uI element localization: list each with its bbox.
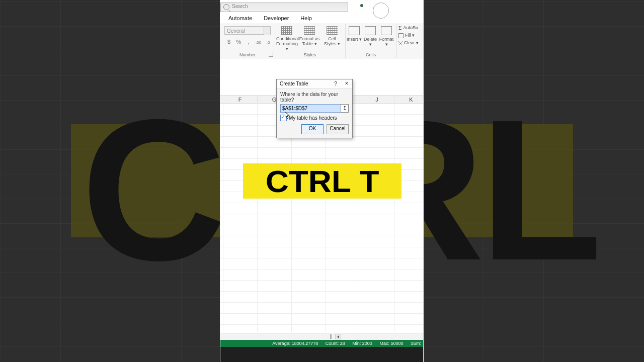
- currency-button[interactable]: $: [224, 38, 233, 47]
- dialog-button-row: OK Cancel: [280, 124, 349, 134]
- clear-button[interactable]: Clear ▾: [396, 39, 423, 47]
- status-min: Min2000: [352, 340, 372, 347]
- dialog-title: Create Table: [280, 81, 308, 86]
- ribbon-group-number: General $ % , .00 .0 Number: [220, 24, 275, 58]
- search-input[interactable]: Search: [220, 3, 348, 12]
- tab-scroll-left-button[interactable]: [335, 334, 341, 339]
- tab-help[interactable]: Help: [295, 14, 317, 22]
- dialog-prompt: Where is the data for your table?: [280, 92, 349, 103]
- col-header-f[interactable]: F: [223, 96, 258, 104]
- fill-icon: [398, 33, 404, 38]
- ribbon-group-styles: Conditional Formatting ▾ Format as Table…: [275, 24, 346, 58]
- ribbon-tab-strip: Automate Developer Help: [223, 14, 317, 24]
- tab-splitter[interactable]: [330, 334, 332, 339]
- ok-button[interactable]: OK: [301, 124, 324, 134]
- dialog-body: Where is the data for your table? ↥ My t…: [277, 89, 352, 138]
- dialog-titlebar[interactable]: Create Table ? ×: [277, 79, 352, 89]
- ribbon-group-editing: Σ AutoSu Fill ▾ Clear ▾: [396, 24, 423, 58]
- headers-checkbox-row[interactable]: My table has headers: [280, 115, 349, 121]
- help-button[interactable]: ?: [330, 79, 341, 88]
- video-lower-band: [220, 347, 423, 362]
- cell-styles-icon: [327, 26, 338, 35]
- format-as-table-icon: [304, 26, 315, 35]
- clear-label: Clear ▾: [404, 39, 419, 47]
- tab-automate[interactable]: Automate: [223, 14, 257, 22]
- status-max: Max50000: [379, 340, 403, 347]
- delete-label: Delete ▾: [364, 37, 377, 47]
- ribbon-group-cells: Insert ▾ Delete ▾ Format ▾ Cells: [345, 24, 397, 58]
- tab-developer[interactable]: Developer: [259, 14, 294, 22]
- delete-icon: [365, 26, 376, 35]
- format-button[interactable]: Format ▾: [379, 26, 394, 47]
- chevron-down-icon: [264, 27, 270, 35]
- decrease-decimal-button[interactable]: .0: [264, 40, 273, 48]
- shortcut-overlay: CTRL T: [243, 163, 401, 199]
- number-format-value: General: [227, 28, 245, 34]
- eraser-icon: [398, 41, 403, 45]
- delete-button[interactable]: Delete ▾: [363, 26, 378, 47]
- search-icon: [223, 4, 229, 10]
- fill-label: Fill ▾: [405, 32, 415, 39]
- percent-button[interactable]: %: [234, 38, 243, 47]
- shortcut-text: CTRL T: [266, 163, 379, 199]
- autosum-button[interactable]: Σ AutoSu: [396, 24, 423, 32]
- ribbon: General $ % , .00 .0 Number Conditional …: [220, 24, 423, 60]
- group-label-number: Number: [220, 52, 275, 57]
- create-table-dialog: Create Table ? × Where is the data for y…: [276, 79, 353, 138]
- sigma-icon: Σ: [398, 24, 401, 32]
- format-icon: [381, 26, 392, 35]
- autosum-label: AutoSu: [403, 24, 418, 32]
- format-label: Format ▾: [379, 37, 394, 47]
- cancel-button[interactable]: Cancel: [327, 124, 349, 134]
- excel-window: Search Automate Developer Help General $…: [220, 0, 423, 362]
- dialog-launcher-icon[interactable]: [269, 52, 273, 57]
- insert-icon: [349, 26, 360, 35]
- status-bar: Average18004.27778 Count28 Min2000 Max50…: [220, 340, 423, 347]
- fill-button[interactable]: Fill ▾: [396, 32, 423, 39]
- format-as-table-button[interactable]: Format as Table ▾: [299, 26, 320, 46]
- col-header-j[interactable]: J: [360, 96, 394, 104]
- insert-button[interactable]: Insert ▾: [347, 26, 362, 42]
- table-range-input[interactable]: [280, 104, 343, 113]
- search-placeholder: Search: [232, 4, 248, 9]
- status-count: Count28: [326, 340, 345, 347]
- cell-styles-button[interactable]: Cell Styles ▾: [321, 26, 343, 46]
- conditional-formatting-label: Conditional Formatting ▾: [276, 36, 299, 51]
- conditional-formatting-icon: [281, 26, 292, 35]
- headers-checkbox-label: My table has headers: [289, 115, 337, 121]
- sheet-tab-bar: [220, 333, 423, 340]
- worksheet[interactable]: F G H I J K Create Table ? × Where is th…: [220, 59, 423, 332]
- number-buttons: $ % , .00 .0: [223, 38, 274, 47]
- format-as-table-label: Format as Table ▾: [299, 36, 320, 46]
- col-header-k[interactable]: K: [394, 96, 423, 104]
- ribbon-collapse-hint: [373, 1, 393, 13]
- conditional-formatting-button[interactable]: Conditional Formatting ▾: [276, 26, 297, 51]
- checkbox-icon[interactable]: [280, 115, 287, 121]
- status-average: Average18004.27778: [272, 340, 318, 347]
- status-sum: Sum: [411, 340, 421, 347]
- insert-label: Insert ▾: [347, 37, 362, 42]
- group-label-styles: Styles: [275, 52, 345, 57]
- range-row: ↥: [280, 104, 349, 113]
- group-label-cells: Cells: [345, 52, 396, 57]
- range-picker-button[interactable]: ↥: [341, 104, 349, 113]
- cell-styles-label: Cell Styles ▾: [324, 36, 340, 46]
- number-format-dropdown[interactable]: General: [224, 26, 271, 35]
- comma-button[interactable]: ,: [245, 38, 253, 47]
- increase-decimal-button[interactable]: .00: [254, 40, 263, 48]
- close-button[interactable]: ×: [341, 79, 352, 88]
